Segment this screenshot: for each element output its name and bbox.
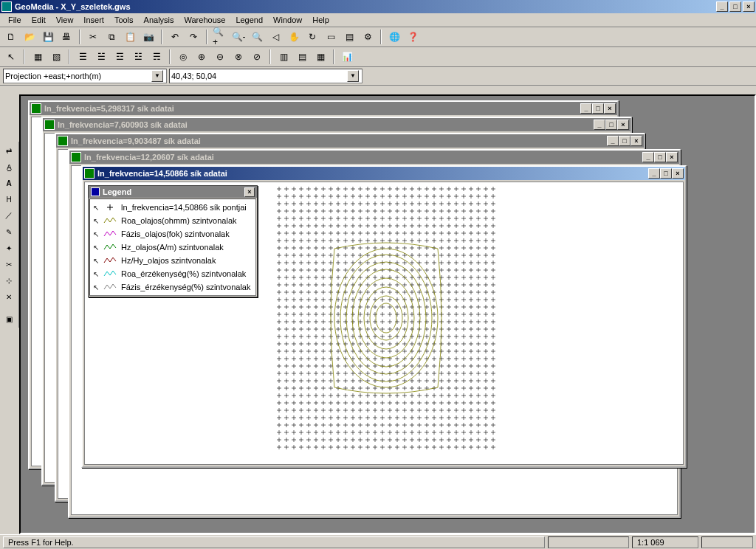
help-icon[interactable]: ❓	[405, 29, 421, 45]
legend-item[interactable]: ↖Roa_olajos(ohmm) szintvonalak	[93, 214, 252, 227]
vt-del-icon[interactable]: ✕	[1, 289, 16, 304]
union-icon[interactable]: ⊘	[249, 49, 265, 65]
new-icon[interactable]: 🗋	[3, 29, 19, 45]
buffer-icon[interactable]: ◎	[175, 49, 191, 65]
legend-title[interactable]: Legend ×	[89, 186, 257, 198]
query4-icon[interactable]: ☳	[130, 49, 146, 65]
vt-edit-icon[interactable]: ✎	[1, 224, 16, 239]
legend-item[interactable]: ↖ln_frekvencia=14,50866 sík pontjai	[93, 201, 252, 214]
query5-icon[interactable]: ☴	[148, 49, 165, 65]
maximize-button[interactable]: □	[619, 136, 630, 146]
projection-input[interactable]	[5, 70, 151, 82]
legend-item[interactable]: ↖Fázis_olajos(fok) szintvonalak	[93, 227, 252, 241]
copy-icon[interactable]: ⧉	[103, 29, 120, 45]
close-button[interactable]: ×	[617, 120, 629, 130]
vt-text-icon[interactable]: A̲	[1, 159, 16, 174]
maximize-button[interactable]: □	[605, 120, 617, 130]
query2-icon[interactable]: ☱	[93, 49, 109, 65]
merge-icon[interactable]: ⊕	[193, 49, 210, 65]
menu-file[interactable]: File	[3, 14, 27, 26]
minimize-button[interactable]: _	[716, 1, 728, 12]
maximize-button[interactable]: □	[654, 152, 666, 162]
legend-item[interactable]: ↖Hz_olajos(A/m) szintvonalak	[93, 241, 252, 254]
window-icon	[71, 152, 81, 162]
table3-icon[interactable]: ▦	[312, 49, 329, 65]
close-button[interactable]: ×	[743, 1, 755, 12]
camera-icon[interactable]: 📷	[140, 29, 157, 45]
close-button[interactable]: ×	[630, 136, 642, 146]
vt-node-icon[interactable]: ✦	[1, 241, 16, 255]
open-icon[interactable]: 📂	[21, 29, 38, 45]
refresh-icon[interactable]: ↻	[304, 29, 320, 45]
dropdown-icon[interactable]: ▼	[347, 70, 359, 82]
legend-close-button[interactable]: ×	[244, 187, 255, 197]
coords-input[interactable]	[171, 70, 347, 82]
save-icon[interactable]: 💾	[40, 29, 56, 45]
minimize-button[interactable]: _	[648, 168, 660, 179]
close-button[interactable]: ×	[672, 168, 684, 179]
menu-insert[interactable]: Insert	[78, 14, 109, 26]
menu-edit[interactable]: Edit	[27, 14, 51, 26]
maximize-button[interactable]: □	[729, 1, 741, 12]
menu-view[interactable]: View	[51, 14, 79, 26]
menu-window[interactable]: Window	[268, 14, 307, 26]
redo-icon[interactable]: ↷	[185, 29, 202, 45]
vt-1-icon[interactable]: ⇄	[1, 143, 16, 158]
maximize-button[interactable]: □	[592, 103, 604, 114]
maximize-button[interactable]: □	[660, 168, 672, 179]
query1-icon[interactable]: ☰	[75, 49, 91, 65]
menu-legend[interactable]: Legend	[230, 14, 268, 26]
mdi-window-5[interactable]: ln_frekvencia=14,50866 sík adatai _ □ × …	[81, 165, 687, 468]
analyze-icon[interactable]: ⚙	[360, 29, 376, 45]
vt-font-icon[interactable]: A	[1, 176, 16, 190]
zoomin-icon[interactable]: 🔍+	[212, 29, 228, 45]
legend-panel[interactable]: Legend × ↖ln_frekvencia=14,50866 sík pon…	[88, 185, 258, 297]
menu-warehouse[interactable]: Warehouse	[179, 14, 231, 26]
vt-join-icon[interactable]: ⊹	[1, 273, 16, 288]
close-button[interactable]: ×	[604, 103, 616, 114]
minimize-button[interactable]: _	[642, 152, 654, 162]
menu-tools[interactable]: Tools	[109, 14, 139, 26]
zoomprev-icon[interactable]: ◁	[267, 29, 284, 45]
query3-icon[interactable]: ☲	[111, 49, 128, 65]
legend-item[interactable]: ↖Roa_érzékenység(%) szintvonalak	[93, 267, 252, 280]
table2-icon[interactable]: ▤	[294, 49, 310, 65]
cut-icon[interactable]: ✂	[85, 29, 101, 45]
coords-combo[interactable]: ▼	[169, 69, 362, 83]
globe-icon[interactable]: 🌐	[386, 29, 402, 45]
paste-icon[interactable]: 📋	[122, 29, 138, 45]
menu-help[interactable]: Help	[307, 14, 334, 26]
menu-analysis[interactable]: Analysis	[139, 14, 179, 26]
vt-final-icon[interactable]: ▣	[1, 311, 16, 326]
clip-icon[interactable]: ⊖	[212, 49, 228, 65]
zoomfit-icon[interactable]: 🔍	[249, 29, 265, 45]
minimize-button[interactable]: _	[580, 103, 592, 114]
status-pane-4	[701, 536, 753, 548]
layers-icon[interactable]: ▤	[341, 29, 357, 45]
intersect-icon[interactable]: ⊗	[230, 49, 247, 65]
cursor-icon: ↖	[93, 257, 99, 265]
minimize-button[interactable]: _	[594, 120, 605, 130]
print-icon[interactable]: 🖶	[58, 29, 75, 45]
map-canvas[interactable]: Legend × ↖ln_frekvencia=14,50866 sík pon…	[84, 182, 684, 465]
cursor-icon: ↖	[93, 217, 99, 225]
vt-height-icon[interactable]: H	[1, 192, 16, 207]
vt-cut-icon[interactable]: ✂	[1, 257, 16, 272]
minimize-button[interactable]: _	[607, 136, 619, 146]
undo-icon[interactable]: ↶	[167, 29, 183, 45]
zoomout-icon[interactable]: 🔍-	[230, 29, 247, 45]
table1-icon[interactable]: ▥	[275, 49, 292, 65]
vt-line-icon[interactable]: ／	[1, 208, 16, 223]
pan-icon[interactable]: ✋	[286, 29, 302, 45]
close-button[interactable]: ×	[666, 152, 678, 162]
sel-rect-icon[interactable]: ▦	[30, 49, 46, 65]
legend-item[interactable]: ↖Hz/Hy_olajos szintvonalak	[93, 254, 252, 267]
chart-icon[interactable]: 📊	[339, 49, 355, 65]
toolbar-3: ▼ ▼	[0, 67, 756, 86]
legend-item[interactable]: ↖Fázis_érzékenység(%) szintvonalak	[93, 280, 252, 294]
window-controls: _ □ ×	[716, 1, 755, 12]
sel-poly-icon[interactable]: ▧	[48, 49, 64, 65]
projection-combo[interactable]: ▼	[3, 69, 167, 83]
pointer-icon[interactable]: ↖	[3, 49, 19, 65]
window-icon[interactable]: ▭	[323, 29, 339, 45]
